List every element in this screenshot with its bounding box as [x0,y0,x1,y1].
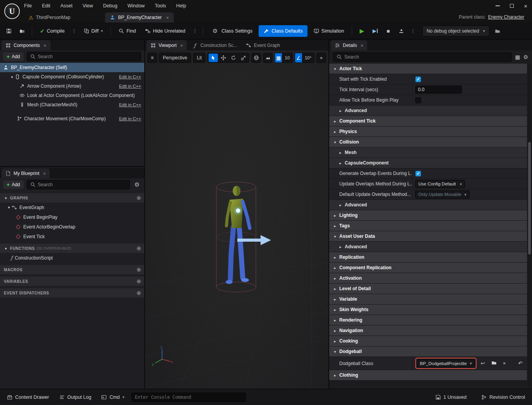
tick-interval-input[interactable] [415,86,462,93]
component-row-arrow[interactable]: Arrow Component (Arrow) Edit in C++ [0,81,144,91]
functions-section-header[interactable]: ▾ FUNCTIONS (32 OVERRIDABLE) ⊕ [0,244,144,253]
unreal-engine-logo[interactable]: U [4,3,20,19]
subcategory-advanced-2[interactable]: ▸Advanced [329,200,527,210]
browse-to-asset-icon[interactable] [489,360,499,367]
add-graph-icon[interactable]: ⊕ [136,195,141,201]
chevron-down-icon[interactable]: ▾ [9,75,15,79]
rotate-tool[interactable] [229,54,238,62]
chevron-down-icon[interactable]: ▾ [6,205,12,209]
menu-help[interactable]: Help [176,3,186,9]
menu-window[interactable]: Window [128,3,145,9]
generate-overlap-checkbox[interactable]: ✓ [415,171,421,177]
allow-tick-checkbox[interactable] [415,97,421,103]
edit-in-cpp-link[interactable]: Edit in C++ [116,84,141,88]
category-collision[interactable]: ▾Collision [329,137,527,147]
category-actor-tick[interactable]: ▾Actor Tick [329,64,527,74]
details-search[interactable] [333,52,512,62]
update-overlaps-dropdown[interactable]: Use Config Default▾ [415,180,465,188]
components-search[interactable] [27,52,141,61]
unsaved-assets-button[interactable]: 1 Unsaved [432,391,470,403]
event-beginplay-item[interactable]: Event BeginPlay [0,212,144,222]
category-activation[interactable]: ▸Activation [329,273,527,284]
subcategory-advanced-1[interactable]: ▸Advanced [329,106,527,116]
category-cooking[interactable]: ▸Cooking [329,336,527,346]
category-rendering[interactable]: ▸Rendering [329,315,527,325]
surface-snapping-button[interactable] [263,53,273,63]
tab-viewport[interactable]: Viewport × [147,40,187,50]
play-options-icon[interactable]: ⋮ [409,28,416,34]
frame-skip-button[interactable]: ▶ [370,25,380,37]
scrollbar-thumb[interactable] [528,142,531,254]
tab-components[interactable]: Components × [2,40,50,50]
browse-content-icon[interactable] [17,25,27,37]
add-function-icon[interactable]: ⊕ [136,245,141,251]
category-level-of-detail[interactable]: ▸Level of Detail [329,284,527,294]
my-blueprint-search[interactable] [27,180,130,189]
menu-view[interactable]: View [83,3,93,9]
details-search-input[interactable] [344,54,508,60]
category-component-replication[interactable]: ▸Component Replication [329,263,527,273]
category-lighting[interactable]: ▸Lighting [329,210,527,221]
eject-button[interactable]: ▲ [396,25,406,37]
components-search-input[interactable] [38,54,138,59]
class-settings-button[interactable]: ⚙ Class Settings [208,25,256,37]
add-event-dispatcher-icon[interactable]: ⊕ [136,290,141,296]
revision-control-button[interactable]: Revision Control [478,391,528,403]
variables-section-header[interactable]: VARIABLES ⊕ [0,277,144,286]
category-tags[interactable]: ▸Tags [329,221,527,231]
edit-in-cpp-link[interactable]: Edit in C++ [116,74,141,79]
menu-asset[interactable]: Asset [60,3,73,9]
category-physics[interactable]: ▸Physics [329,126,527,137]
view-mode-button[interactable]: Lit [193,53,206,63]
compile-options-icon[interactable]: ⋮ [71,28,78,34]
component-row-charmovement[interactable]: Character Movement (CharMoveComp) Edit i… [0,114,144,123]
enemy-character-preview[interactable] [199,178,277,295]
add-macro-icon[interactable]: ⊕ [136,267,141,273]
macros-section-header[interactable]: MACROS ⊕ [0,265,144,274]
console-command-field[interactable] [131,393,246,402]
grid-snap-control[interactable]: ▦ 10 [275,53,293,63]
class-defaults-button[interactable]: Class Defaults [259,25,307,37]
tab-my-blueprint[interactable]: My Blueprint × [2,168,50,178]
viewport-3d-view[interactable]: ≡ Perspective Lit ▦ 10 ∠ 10° [145,50,328,389]
menu-edit[interactable]: Edit [42,3,50,9]
start-with-tick-checkbox[interactable]: ✓ [415,76,421,82]
category-dodgeball[interactable]: ▾Dodgeball [329,346,527,357]
content-drawer-button[interactable]: Content Drawer [4,391,52,403]
tab-bp-enemycharacter[interactable]: BP_EnemyCharacter × [105,12,173,22]
subcategory-advanced-3[interactable]: ▸Advanced [329,242,527,252]
property-matrix-icon[interactable]: ▦ [515,54,520,60]
select-tool[interactable] [209,54,218,62]
close-icon[interactable]: × [166,15,169,21]
component-row-capsule[interactable]: ▾ Capsule Component (CollisionCylinder) … [0,72,144,81]
hide-unrelated-button[interactable]: Hide Unrelated [142,25,188,37]
rotation-snap-control[interactable]: ∠ 10° [295,53,314,63]
graphs-section-header[interactable]: ▾ GRAPHS ⊕ [0,193,144,202]
diff-button[interactable]: Diff ▾ [81,25,106,37]
output-log-button[interactable]: Output Log [56,391,95,403]
maximize-button[interactable] [510,4,514,8]
category-clothing[interactable]: ▸Clothing [329,370,527,381]
add-new-button[interactable]: + Add [3,180,24,189]
reset-to-default-icon[interactable]: ↶ [516,360,525,366]
edit-in-cpp-link[interactable]: Edit in C++ [116,102,141,107]
close-icon[interactable]: × [361,43,364,48]
category-navigation[interactable]: ▸Navigation [329,325,527,336]
dodgeball-class-dropdown[interactable]: BP_DodgeballProjectile ▾ [417,359,475,367]
my-blueprint-search-input[interactable] [38,182,126,187]
toolbar-expand-button[interactable]: » [316,53,326,63]
scale-tool[interactable] [239,54,248,62]
menu-file[interactable]: File [24,3,32,9]
add-variable-icon[interactable]: ⊕ [136,278,141,284]
use-selected-asset-icon[interactable]: ↩ [479,360,487,366]
cmd-dropdown[interactable]: Cmd ▾ [98,391,127,403]
event-dispatchers-section-header[interactable]: EVENT DISPATCHERS ⊕ [0,288,144,298]
category-variable[interactable]: ▸Variable [329,294,527,305]
category-asset-user-data[interactable]: ▾Asset User Data [329,231,527,242]
event-actorbeginoverlap-item[interactable]: Event ActorBeginOverlap [0,222,144,232]
menu-tools[interactable]: Tools [155,3,166,9]
category-skin-weights[interactable]: ▸Skin Weights [329,305,527,315]
component-row-self[interactable]: BP_EnemyCharacter (Self) [0,63,144,72]
world-coordinate-button[interactable] [251,53,261,63]
event-tick-item[interactable]: Event Tick [0,232,144,241]
